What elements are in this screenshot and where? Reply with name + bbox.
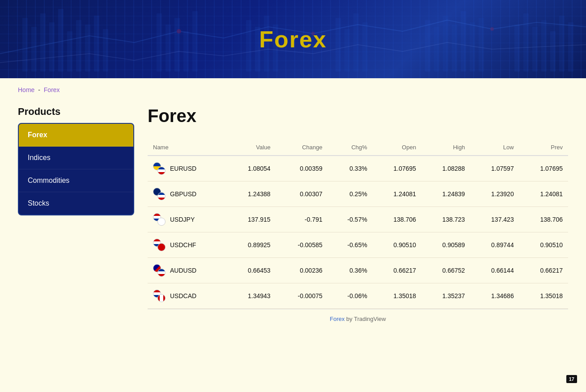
pair-prev: 138.706 bbox=[519, 207, 568, 232]
svg-rect-5 bbox=[67, 31, 72, 72]
table-row[interactable]: AUDUSD 0.664530.002360.36%0.662170.66752… bbox=[148, 258, 568, 283]
pair-prev: 0.66217 bbox=[519, 258, 568, 283]
pair-name: AUDUSD bbox=[170, 267, 196, 274]
pair-cell: USDCAD bbox=[148, 283, 227, 309]
pair-open: 1.24081 bbox=[373, 181, 421, 207]
pair-open: 0.90510 bbox=[373, 232, 421, 258]
pair-high: 0.66752 bbox=[421, 258, 470, 283]
pair-low: 137.423 bbox=[470, 207, 519, 232]
pair-high: 0.90589 bbox=[421, 232, 470, 258]
svg-rect-31 bbox=[523, 13, 529, 72]
svg-rect-19 bbox=[335, 18, 341, 72]
breadcrumb-current[interactable]: Forex bbox=[44, 86, 60, 93]
content-title: Forex bbox=[148, 106, 568, 126]
svg-rect-11 bbox=[166, 25, 171, 72]
sidebar-item-indices[interactable]: Indices bbox=[19, 147, 133, 169]
pair-low: 0.66144 bbox=[470, 258, 519, 283]
svg-rect-14 bbox=[192, 11, 198, 72]
tradingview-link[interactable]: Forex bbox=[330, 316, 344, 322]
pair-high: 138.723 bbox=[421, 207, 470, 232]
table-row[interactable]: USDCHF 0.89925-0.00585-0.65%0.905100.905… bbox=[148, 232, 568, 258]
pair-prev: 1.07695 bbox=[519, 156, 568, 181]
pair-cell: EURUSD bbox=[148, 156, 227, 181]
pair-change: 0.00236 bbox=[276, 258, 328, 283]
pair-chgpct: -0.06% bbox=[328, 283, 373, 309]
pair-name: USDCHF bbox=[170, 241, 196, 249]
svg-rect-2 bbox=[40, 13, 46, 72]
svg-rect-36 bbox=[568, 22, 573, 72]
table-row[interactable]: USDJPY 137.915-0.791-0.57%138.706138.723… bbox=[148, 207, 568, 232]
pair-prev: 0.90510 bbox=[519, 232, 568, 258]
breadcrumb-home[interactable]: Home bbox=[18, 86, 34, 93]
pair-chgpct: -0.65% bbox=[328, 232, 373, 258]
svg-rect-15 bbox=[246, 20, 251, 72]
forex-table: Name Value Change Chg% Open High Low Pre… bbox=[148, 139, 568, 309]
svg-rect-20 bbox=[344, 29, 350, 72]
svg-rect-10 bbox=[157, 13, 162, 72]
pair-high: 1.24839 bbox=[421, 181, 470, 207]
pair-cell: GBPUSD bbox=[148, 181, 227, 207]
pair-change: -0.00585 bbox=[276, 232, 328, 258]
sidebar-item-commodities[interactable]: Commodities bbox=[19, 169, 133, 192]
pair-chgpct: 0.33% bbox=[328, 156, 373, 181]
svg-rect-12 bbox=[174, 18, 180, 72]
pair-value: 137.915 bbox=[227, 207, 276, 232]
pair-change: -0.00075 bbox=[276, 283, 328, 309]
pair-open: 0.66217 bbox=[373, 258, 421, 283]
footer-suffix: by TradingView bbox=[344, 316, 386, 322]
pair-value: 0.89925 bbox=[227, 232, 276, 258]
svg-rect-1 bbox=[31, 27, 37, 72]
tv-watermark: 17 bbox=[566, 375, 577, 383]
svg-rect-4 bbox=[58, 9, 64, 72]
col-change: Change bbox=[276, 139, 328, 156]
svg-rect-8 bbox=[94, 16, 99, 72]
svg-rect-32 bbox=[532, 27, 538, 72]
pair-value: 1.24388 bbox=[227, 181, 276, 207]
sidebar-nav: Forex Indices Commodities Stocks bbox=[18, 123, 134, 215]
pair-name: GBPUSD bbox=[170, 190, 196, 198]
pair-value: 1.34943 bbox=[227, 283, 276, 309]
table-row[interactable]: GBPUSD 1.243880.003070.25%1.240811.24839… bbox=[148, 181, 568, 207]
hero-banner: Forex bbox=[0, 0, 586, 78]
pair-low: 0.89744 bbox=[470, 232, 519, 258]
pair-high: 1.35237 bbox=[421, 283, 470, 309]
pair-chgpct: 0.25% bbox=[328, 181, 373, 207]
pair-name: USDJPY bbox=[170, 216, 195, 223]
pair-high: 1.08288 bbox=[421, 156, 470, 181]
svg-point-37 bbox=[177, 29, 181, 34]
svg-rect-28 bbox=[470, 22, 475, 72]
table-row[interactable]: EURUSD 1.080540.003590.33%1.076951.08288… bbox=[148, 156, 568, 181]
pair-value: 0.66453 bbox=[227, 258, 276, 283]
sidebar-heading: Products bbox=[18, 106, 134, 118]
pair-change: 0.00307 bbox=[276, 181, 328, 207]
pair-open: 1.07695 bbox=[373, 156, 421, 181]
pair-chgpct: -0.57% bbox=[328, 207, 373, 232]
svg-rect-0 bbox=[22, 18, 28, 72]
pair-cell: AUDUSD bbox=[148, 258, 227, 283]
col-chgpct: Chg% bbox=[328, 139, 373, 156]
pair-chgpct: 0.36% bbox=[328, 258, 373, 283]
svg-rect-25 bbox=[443, 16, 448, 72]
pair-open: 1.35018 bbox=[373, 283, 421, 309]
svg-rect-24 bbox=[434, 27, 439, 72]
svg-rect-3 bbox=[49, 22, 55, 72]
col-high: High bbox=[421, 139, 470, 156]
svg-rect-7 bbox=[85, 25, 90, 72]
hero-title: Forex bbox=[259, 26, 327, 53]
svg-rect-29 bbox=[479, 18, 484, 72]
pair-name: USDCAD bbox=[170, 292, 196, 299]
svg-rect-34 bbox=[550, 31, 556, 72]
svg-rect-26 bbox=[452, 25, 457, 72]
col-low: Low bbox=[470, 139, 519, 156]
svg-point-39 bbox=[490, 27, 494, 31]
svg-rect-33 bbox=[541, 20, 547, 72]
table-row[interactable]: USDCAD 1.34943-0.00075-0.06%1.350181.352… bbox=[148, 283, 568, 309]
pair-value: 1.08054 bbox=[227, 156, 276, 181]
svg-rect-9 bbox=[103, 29, 108, 72]
col-value: Value bbox=[227, 139, 276, 156]
pair-cell: USDCHF bbox=[148, 232, 227, 258]
sidebar-item-stocks[interactable]: Stocks bbox=[19, 192, 133, 215]
sidebar-item-forex[interactable]: Forex bbox=[19, 124, 133, 147]
svg-rect-13 bbox=[183, 31, 189, 72]
pair-change: -0.791 bbox=[276, 207, 328, 232]
